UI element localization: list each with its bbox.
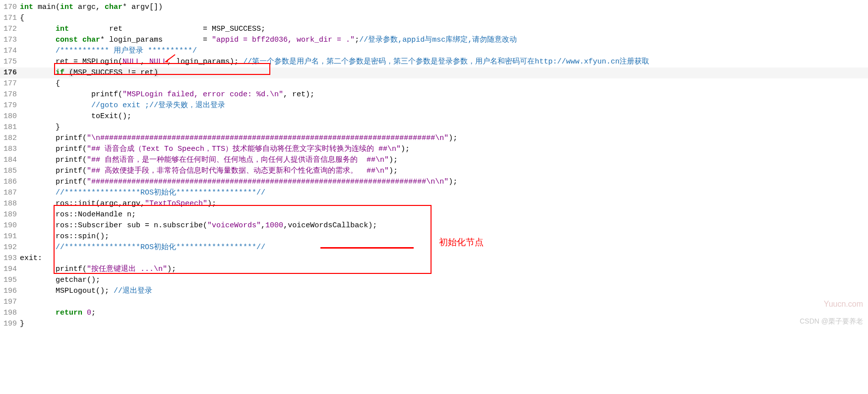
watermark-site: Yuucn.com — [824, 299, 863, 310]
code-content: //goto exit ;//登录失败，退出登录 — [20, 100, 868, 111]
code-content: exit: — [20, 253, 868, 264]
line-number: 185 — [0, 166, 20, 177]
watermark-csdn: CSDN @栗子要养老 — [800, 316, 863, 327]
code-line: 178 printf("MSPLogin failed, error code:… — [0, 89, 868, 100]
code-content: const char* login_params = "appid = bff2… — [20, 35, 868, 46]
code-line: 194 printf("按任意键退出 ...\n"); — [0, 264, 868, 275]
code-line: 176 if (MSP_SUCCESS != ret) — [0, 67, 868, 78]
code-content: } — [20, 319, 868, 329]
line-number: 188 — [0, 198, 20, 209]
code-line: 190 ros::Subscriber sub = n.subscribe("v… — [0, 220, 868, 231]
line-number: 173 — [0, 35, 20, 46]
code-content: MSPLogout(); //退出登录 — [20, 286, 868, 297]
code-line: 186 printf("############################… — [0, 177, 868, 188]
line-number: 190 — [0, 220, 20, 231]
code-line: 172 int ret = MSP_SUCCESS; — [0, 24, 868, 35]
code-line: 177 { — [0, 78, 868, 89]
code-editor: 170int main(int argc, char* argv[])171{1… — [0, 0, 868, 329]
code-content: { — [20, 78, 868, 89]
code-line: 173 const char* login_params = "appid = … — [0, 35, 868, 46]
code-line: 192 //*****************ROS初始化***********… — [0, 242, 868, 253]
code-content — [20, 297, 868, 308]
code-line: 170int main(int argc, char* argv[]) — [0, 2, 868, 13]
code-line: 183 printf("## 语音合成（Text To Speech，TTS）技… — [0, 144, 868, 155]
line-number: 172 — [0, 24, 20, 35]
code-line: 175 ret = MSPLogin(NULL, NULL, login_par… — [0, 57, 868, 67]
code-content: toExit(); — [20, 111, 868, 122]
code-content: int main(int argc, char* argv[]) — [20, 2, 868, 13]
code-content: ros::spin(); — [20, 231, 868, 242]
code-line: 196 MSPLogout(); //退出登录 — [0, 286, 868, 297]
line-number: 184 — [0, 155, 20, 166]
code-content: return 0; — [20, 308, 868, 319]
line-number: 179 — [0, 100, 20, 111]
code-line: 181 } — [0, 122, 868, 133]
code-line: 187 //*****************ROS初始化***********… — [0, 188, 868, 198]
code-content: printf("## 高效便捷手段，非常符合信息时代海量数据、动态更新和个性化查… — [20, 166, 868, 177]
line-number: 194 — [0, 264, 20, 275]
code-line: 197 — [0, 297, 868, 308]
line-number: 192 — [0, 242, 20, 253]
code-content: printf("################################… — [20, 177, 868, 188]
line-number: 182 — [0, 133, 20, 144]
line-number: 175 — [0, 57, 20, 67]
code-content: ros::Subscriber sub = n.subscribe("voice… — [20, 220, 868, 231]
code-content: //*****************ROS初始化***************… — [20, 188, 868, 198]
code-content: //*****************ROS初始化***************… — [20, 242, 868, 253]
code-line: 185 printf("## 高效便捷手段，非常符合信息时代海量数据、动态更新和… — [0, 166, 868, 177]
code-line: 195 getchar(); — [0, 275, 868, 286]
line-number: 186 — [0, 177, 20, 188]
line-number: 171 — [0, 13, 20, 24]
code-content: getchar(); — [20, 275, 868, 286]
code-line: 193exit: — [0, 253, 868, 264]
code-line: 184 printf("## 自然语音，是一种能够在任何时间、任何地点，向任何人… — [0, 155, 868, 166]
code-content: { — [20, 13, 868, 24]
code-line: 191 ros::spin(); — [0, 231, 868, 242]
line-number: 193 — [0, 253, 20, 264]
code-line: 171{ — [0, 13, 868, 24]
code-line: 198 return 0; — [0, 308, 868, 319]
line-number: 199 — [0, 319, 20, 329]
code-line: 174 /*********** 用户登录 **********/ — [0, 46, 868, 57]
code-content: printf("按任意键退出 ...\n"); — [20, 264, 868, 275]
line-number: 189 — [0, 209, 20, 220]
code-content: if (MSP_SUCCESS != ret) — [20, 67, 868, 78]
code-content: /*********** 用户登录 **********/ — [20, 46, 868, 57]
line-number: 181 — [0, 122, 20, 133]
line-number: 170 — [0, 2, 20, 13]
code-content: printf("MSPLogin failed, error code: %d.… — [20, 89, 868, 100]
line-number: 183 — [0, 144, 20, 155]
code-content: printf("## 语音合成（Text To Speech，TTS）技术能够自… — [20, 144, 868, 155]
code-line: 188 ros::init(argc,argv,"TextToSpeech"); — [0, 198, 868, 209]
line-number: 178 — [0, 89, 20, 100]
line-number: 176 — [0, 67, 20, 78]
code-content: ros::init(argc,argv,"TextToSpeech"); — [20, 198, 868, 209]
line-number: 177 — [0, 78, 20, 89]
code-line: 180 toExit(); — [0, 111, 868, 122]
code-content: int ret = MSP_SUCCESS; — [20, 24, 868, 35]
code-content: printf("## 自然语音，是一种能够在任何时间、任何地点，向任何人提供语音… — [20, 155, 868, 166]
code-content: } — [20, 122, 868, 133]
line-number: 197 — [0, 297, 20, 308]
code-line: 179 //goto exit ;//登录失败，退出登录 — [0, 100, 868, 111]
code-line: 189 ros::NodeHandle n; — [0, 209, 868, 220]
line-number: 195 — [0, 275, 20, 286]
code-line: 199} — [0, 319, 868, 329]
line-number: 180 — [0, 111, 20, 122]
code-content: printf("\n##############################… — [20, 133, 868, 144]
line-number: 187 — [0, 188, 20, 198]
code-content: ret = MSPLogin(NULL, NULL, login_params)… — [20, 57, 868, 67]
code-line: 182 printf("\n##########################… — [0, 133, 868, 144]
code-content: ros::NodeHandle n; — [20, 209, 868, 220]
line-number: 191 — [0, 231, 20, 242]
line-number: 196 — [0, 286, 20, 297]
line-number: 174 — [0, 46, 20, 57]
line-number: 198 — [0, 308, 20, 319]
